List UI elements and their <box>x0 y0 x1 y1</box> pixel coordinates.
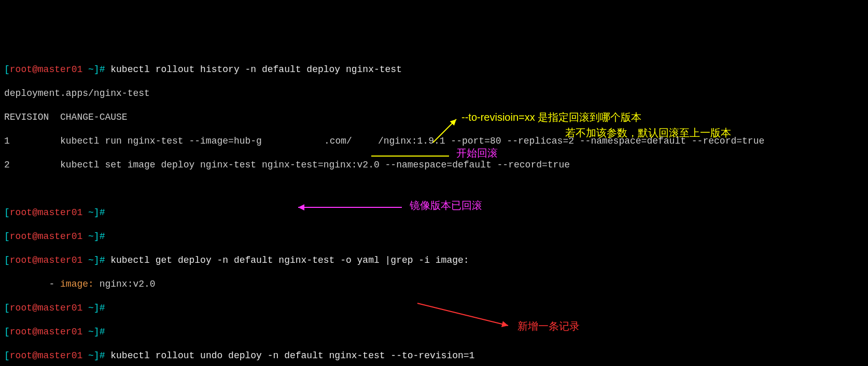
output-line: - image: nginx:v2.0 <box>4 278 864 290</box>
terminal-line: [root@master01 ~]# <box>4 302 864 314</box>
tilde: ~ <box>82 64 94 75</box>
annotation-magenta-2: 镜像版本已回滚 <box>410 200 482 212</box>
bracket: ]# <box>94 350 105 361</box>
terminal-line: [root@master01 ~]# kubectl rollout histo… <box>4 64 864 76</box>
user-host: root@master01 <box>10 350 82 361</box>
revision: 2 <box>4 160 10 170</box>
blank-line <box>4 183 864 195</box>
dash: - <box>4 279 60 289</box>
user-host: root@master01 <box>10 327 82 337</box>
bracket: ]# <box>94 303 105 313</box>
redacted <box>262 137 324 145</box>
tilde: ~ <box>82 231 94 242</box>
underline-to-revision <box>371 156 449 157</box>
bracket: ]# <box>94 327 105 337</box>
user-host: root@master01 <box>10 303 82 313</box>
command-text: kubectl get deploy -n default nginx-test… <box>105 255 469 265</box>
tilde: ~ <box>82 207 94 218</box>
cc: kubectl run nginx-test --image=hub-g <box>10 136 262 146</box>
bracket: [ <box>4 231 10 242</box>
bracket: [ <box>4 303 10 313</box>
tilde: ~ <box>82 255 94 265</box>
annotation-red: 新增一条记录 <box>517 320 580 332</box>
annotation-magenta-1: 开始回滚 <box>456 147 498 159</box>
tilde: ~ <box>82 327 94 337</box>
output-header: REVISION CHANGE-CAUSE <box>4 111 864 123</box>
annotation-yellow-2: 若不加该参数，默认回滚至上一版本 <box>565 127 731 139</box>
tilde: ~ <box>82 303 94 313</box>
annotation-yellow-1: --to-revisioin=xx 是指定回滚到哪个版本 <box>461 111 641 123</box>
terminal-line: [root@master01 ~]# <box>4 231 864 243</box>
output-line: deployment.apps/nginx-test <box>4 88 864 100</box>
image-key: image: <box>60 279 94 289</box>
cc: kubectl set image deploy nginx-test ngin… <box>10 160 570 170</box>
command-text: kubectl rollout undo deploy -n default n… <box>105 350 390 361</box>
bracket: ]# <box>94 255 105 265</box>
bracket: [ <box>4 255 10 265</box>
output-row: 2 kubectl set image deploy nginx-test ng… <box>4 159 864 171</box>
cc: .com/ <box>324 136 352 146</box>
output-row: 1 kubectl run nginx-test --image=hub-g.c… <box>4 135 864 147</box>
user-host: root@master01 <box>10 231 82 242</box>
user-host: root@master01 <box>10 207 82 218</box>
bracket: ]# <box>94 64 105 75</box>
command-text: kubectl rollout history -n default deplo… <box>105 64 402 75</box>
to-revision-flag: --to-revision=1 <box>390 350 474 361</box>
revision: 1 <box>4 136 10 146</box>
user-host: root@master01 <box>10 64 82 75</box>
redacted <box>352 137 378 145</box>
bracket: [ <box>4 327 10 337</box>
terminal-line: [root@master01 ~]# <box>4 326 864 338</box>
user-host: root@master01 <box>10 255 82 265</box>
bracket: ]# <box>94 207 105 218</box>
image-val: nginx:v2.0 <box>94 279 156 289</box>
terminal-line: [root@master01 ~]# kubectl get deploy -n… <box>4 255 864 266</box>
bracket: [ <box>4 64 10 75</box>
bracket: [ <box>4 207 10 218</box>
tilde: ~ <box>82 350 94 361</box>
bracket: ]# <box>94 231 105 242</box>
terminal-line: [root@master01 ~]# kubectl rollout undo … <box>4 350 864 362</box>
bracket: [ <box>4 350 10 361</box>
